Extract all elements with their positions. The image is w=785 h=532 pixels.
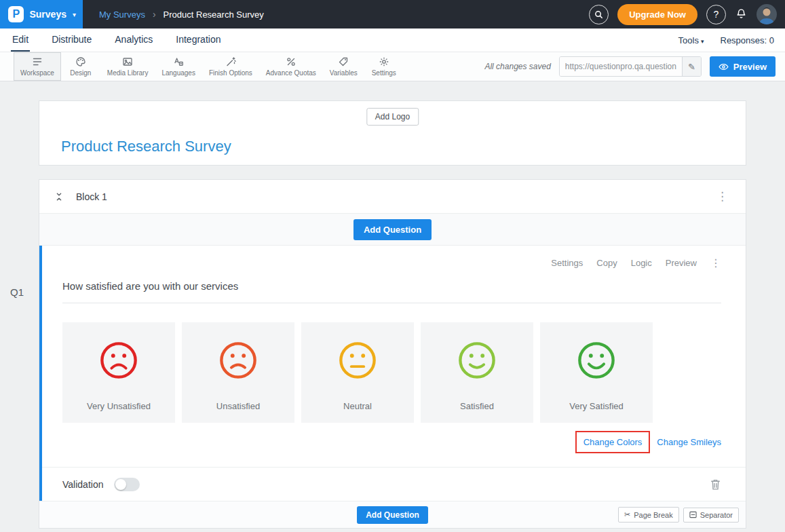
survey-title[interactable]: Product Research Survey <box>61 138 231 155</box>
breadcrumb-my-surveys[interactable]: My Surveys <box>99 10 145 20</box>
toolbar-item-label: Advance Quotas <box>266 69 316 77</box>
tab-edit[interactable]: Edit <box>11 28 30 52</box>
satisfied-smiley-icon <box>457 341 497 380</box>
question-menu-kebab-icon[interactable]: ⋮ <box>710 256 721 269</box>
image-icon <box>122 56 133 67</box>
breadcrumb-separator-icon: › <box>153 9 156 20</box>
chevron-down-icon: ▾ <box>73 11 76 18</box>
translate-icon <box>173 56 184 67</box>
question-text[interactable]: How satisfied are you with our services <box>62 280 721 303</box>
very-satisfied-smiley-icon <box>577 341 616 380</box>
upgrade-now-button[interactable]: Upgrade Now <box>617 4 697 25</box>
question-number: Q1 <box>10 286 24 298</box>
question-settings-link[interactable]: Settings <box>551 258 583 268</box>
survey-nav-tabs: Edit Distribute Analytics Integration To… <box>0 28 785 52</box>
add-question-button-top[interactable]: Add Question <box>353 219 432 240</box>
gear-icon <box>379 56 389 67</box>
question-copy-link[interactable]: Copy <box>596 258 617 268</box>
tab-distribute[interactable]: Distribute <box>50 28 93 52</box>
eye-icon <box>719 63 729 71</box>
smiley-option-very-satisfied[interactable]: Very Satisfied <box>540 322 653 423</box>
block-footer: Add Question ✂ Page Break Separator <box>39 501 746 528</box>
top-bar: P Surveys ▾ My Surveys › Product Researc… <box>0 0 785 28</box>
user-avatar[interactable] <box>757 4 777 24</box>
toolbar-item-finish-options[interactable]: Finish Options <box>202 52 259 81</box>
tools-menu[interactable]: Tools▾ <box>678 35 704 45</box>
toolbar-item-label: Finish Options <box>209 69 252 77</box>
survey-title-card: Add Logo Product Research Survey <box>39 100 746 166</box>
topbar-actions: Upgrade Now ? <box>589 4 785 25</box>
toolbar-item-media-library[interactable]: Media Library <box>100 52 155 81</box>
delete-question-button[interactable] <box>710 478 721 491</box>
search-button[interactable] <box>589 5 609 24</box>
block-card: Block 1 ⋮ Add Question Q1 Settings Copy … <box>39 179 746 529</box>
smiley-option-label: Neutral <box>343 401 372 423</box>
smiley-customize-links: Change Colors Change Smileys <box>62 431 721 453</box>
search-icon <box>594 10 604 20</box>
question-logic-link[interactable]: Logic <box>631 258 652 268</box>
block-name[interactable]: Block 1 <box>76 191 107 202</box>
page-break-button[interactable]: ✂ Page Break <box>618 507 679 522</box>
toolbar-item-label: Languages <box>161 69 195 77</box>
smiley-option-label: Satisfied <box>460 401 494 423</box>
toolbar-right: All changes saved ✎ Preview <box>484 52 785 81</box>
unsatisfied-smiley-icon <box>218 341 258 380</box>
toolbar-item-variables[interactable]: Variables <box>323 52 364 81</box>
surveys-app-menu[interactable]: P Surveys ▾ <box>0 0 83 28</box>
smiley-option-very-unsatisfied[interactable]: Very Unsatisfied <box>62 322 175 423</box>
toggle-knob <box>115 479 126 490</box>
change-smileys-link[interactable]: Change Smileys <box>657 437 721 447</box>
preview-button[interactable]: Preview <box>710 56 776 77</box>
survey-url-input[interactable] <box>560 57 682 76</box>
scissors-icon: ✂ <box>624 510 630 519</box>
notifications-button[interactable] <box>735 7 748 21</box>
toolbar-item-languages[interactable]: Languages <box>155 52 202 81</box>
responses-count[interactable]: Responses: 0 <box>721 35 775 45</box>
page-break-label: Page Break <box>634 511 672 519</box>
percent-icon <box>286 56 296 67</box>
tab-analytics[interactable]: Analytics <box>113 28 154 52</box>
block-header: Block 1 ⋮ <box>39 180 746 214</box>
toolbar-item-design[interactable]: Design <box>61 52 100 81</box>
toolbar-item-label: Media Library <box>107 69 149 77</box>
help-button[interactable]: ? <box>706 5 726 24</box>
neutral-smiley-icon <box>338 341 377 380</box>
app-menu-label: Surveys <box>29 9 66 20</box>
toolbar-item-settings[interactable]: Settings <box>364 52 404 81</box>
separator-icon <box>689 511 697 518</box>
question-preview-link[interactable]: Preview <box>666 258 697 268</box>
palette-icon <box>75 56 86 67</box>
preview-label: Preview <box>733 62 767 72</box>
breadcrumb: My Surveys › Product Research Survey <box>99 9 264 20</box>
question-section: Q1 Settings Copy Logic Preview ⋮ How sat… <box>39 246 746 501</box>
validation-row: Validation <box>42 467 746 501</box>
editor-toolbar: Workspace Design Media Library <box>0 52 785 81</box>
toolbar-item-label: Settings <box>372 69 396 77</box>
toolbar-item-label: Variables <box>330 69 358 77</box>
questionpro-logo: P <box>8 6 24 22</box>
add-logo-button[interactable]: Add Logo <box>366 108 419 126</box>
tag-icon <box>338 56 349 67</box>
change-colors-link[interactable]: Change Colors <box>575 431 651 453</box>
toolbar-item-workspace[interactable]: Workspace <box>14 52 61 81</box>
validation-label: Validation <box>62 479 103 490</box>
very-unsatisfied-smiley-icon <box>99 341 138 380</box>
smiley-option-neutral[interactable]: Neutral <box>301 322 414 423</box>
chevron-down-icon: ▾ <box>701 38 704 45</box>
separator-button[interactable]: Separator <box>683 508 739 522</box>
smiley-option-label: Very Satisfied <box>569 401 624 423</box>
workspace-icon <box>32 56 43 67</box>
validation-toggle[interactable] <box>114 478 140 491</box>
block-menu-kebab-icon[interactable]: ⋮ <box>714 191 731 202</box>
collapse-block-icon[interactable] <box>54 191 64 202</box>
smiley-option-satisfied[interactable]: Satisfied <box>421 322 533 423</box>
question-actions: Settings Copy Logic Preview ⋮ <box>62 256 721 269</box>
survey-editor-main: Add Logo Product Research Survey Block 1… <box>0 81 785 529</box>
edit-url-button[interactable]: ✎ <box>682 57 701 76</box>
add-question-button-bottom[interactable]: Add Question <box>357 506 428 524</box>
toolbar-item-advance-quotas[interactable]: Advance Quotas <box>259 52 323 81</box>
smiley-option-unsatisfied[interactable]: Unsatisfied <box>182 322 294 423</box>
smiley-option-label: Unsatisfied <box>216 401 260 423</box>
smiley-options-row: Very Unsatisfied Unsatisfied <box>62 322 721 423</box>
tab-integration[interactable]: Integration <box>174 28 222 52</box>
